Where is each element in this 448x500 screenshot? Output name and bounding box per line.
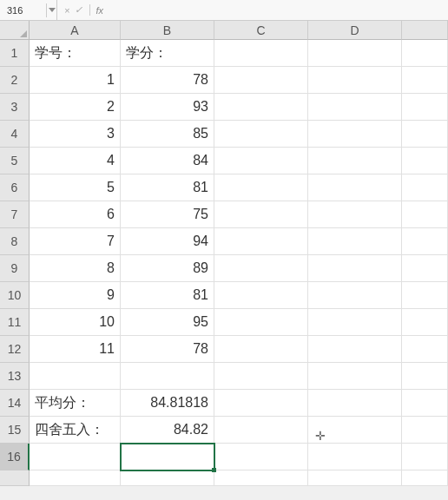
cell-A10[interactable]: 9 bbox=[30, 282, 121, 309]
row-header-7[interactable]: 7 bbox=[0, 201, 30, 228]
cell-C8[interactable] bbox=[214, 228, 308, 255]
cell-B5[interactable]: 84 bbox=[121, 148, 214, 174]
confirm-icon[interactable]: ✓ bbox=[75, 4, 82, 16]
cell-B7[interactable]: 75 bbox=[121, 201, 214, 228]
cell-B15[interactable]: 84.82 bbox=[121, 417, 214, 444]
row-header-9[interactable]: 9 bbox=[0, 255, 30, 282]
row-header-8[interactable]: 8 bbox=[0, 228, 30, 255]
cell-C4[interactable] bbox=[214, 121, 308, 148]
cell-D7[interactable] bbox=[308, 201, 402, 228]
cell-D10[interactable] bbox=[308, 282, 402, 309]
cell-C6[interactable] bbox=[214, 174, 308, 201]
cell-D15[interactable] bbox=[308, 417, 402, 444]
select-all-corner[interactable] bbox=[0, 21, 30, 40]
cell-A11[interactable]: 10 bbox=[30, 309, 121, 336]
cell-C1[interactable] bbox=[214, 40, 308, 67]
cell-E2[interactable] bbox=[402, 67, 448, 94]
column-header-C[interactable]: C bbox=[214, 21, 308, 40]
cell-A9[interactable]: 8 bbox=[30, 255, 121, 282]
column-header-E[interactable] bbox=[402, 21, 448, 40]
row-header-16[interactable]: 16 bbox=[0, 444, 30, 470]
row-header-2[interactable]: 2 bbox=[0, 67, 30, 94]
cell-E9[interactable] bbox=[402, 255, 448, 282]
cell-D2[interactable] bbox=[308, 67, 402, 94]
cell-A2[interactable]: 1 bbox=[30, 67, 121, 94]
row-header-6[interactable]: 6 bbox=[0, 174, 30, 201]
name-box[interactable]: 316 bbox=[3, 3, 47, 17]
cell-E1[interactable] bbox=[402, 40, 448, 67]
cell-B17[interactable] bbox=[121, 470, 214, 486]
cell-A17[interactable] bbox=[30, 470, 121, 486]
cell-D16[interactable] bbox=[308, 444, 402, 470]
cell-B13[interactable] bbox=[121, 363, 214, 390]
row-header-10[interactable]: 10 bbox=[0, 282, 30, 309]
formula-input[interactable] bbox=[109, 3, 445, 18]
cell-C13[interactable] bbox=[214, 363, 308, 390]
row-header-11[interactable]: 11 bbox=[0, 309, 30, 336]
cell-C17[interactable] bbox=[214, 470, 308, 486]
cell-B12[interactable]: 78 bbox=[121, 336, 214, 363]
cell-A1[interactable]: 学号： bbox=[30, 40, 121, 67]
cell-E11[interactable] bbox=[402, 309, 448, 336]
cell-B10[interactable]: 81 bbox=[121, 282, 214, 309]
cell-A16[interactable] bbox=[30, 444, 121, 470]
cell-C3[interactable] bbox=[214, 94, 308, 121]
cell-C15[interactable] bbox=[214, 417, 308, 444]
name-box-dropdown[interactable] bbox=[47, 0, 57, 20]
cell-E3[interactable] bbox=[402, 94, 448, 121]
cell-A13[interactable] bbox=[30, 363, 121, 390]
cell-D8[interactable] bbox=[308, 228, 402, 255]
row-header-15[interactable]: 15 bbox=[0, 417, 30, 444]
row-header-4[interactable]: 4 bbox=[0, 121, 30, 148]
cell-A3[interactable]: 2 bbox=[30, 94, 121, 121]
cell-D1[interactable] bbox=[308, 40, 402, 67]
cell-D5[interactable] bbox=[308, 148, 402, 174]
cell-E8[interactable] bbox=[402, 228, 448, 255]
cell-D9[interactable] bbox=[308, 255, 402, 282]
cell-C14[interactable] bbox=[214, 390, 308, 417]
cell-B8[interactable]: 94 bbox=[121, 228, 214, 255]
cell-C12[interactable] bbox=[214, 336, 308, 363]
cell-A6[interactable]: 5 bbox=[30, 174, 121, 201]
cell-D3[interactable] bbox=[308, 94, 402, 121]
cell-B2[interactable]: 78 bbox=[121, 67, 214, 94]
cell-E5[interactable] bbox=[402, 148, 448, 174]
cell-C2[interactable] bbox=[214, 67, 308, 94]
row-header-5[interactable]: 5 bbox=[0, 148, 30, 174]
cell-B6[interactable]: 81 bbox=[121, 174, 214, 201]
cell-E17[interactable] bbox=[402, 470, 448, 486]
fx-icon[interactable]: fx bbox=[90, 5, 109, 16]
cell-A8[interactable]: 7 bbox=[30, 228, 121, 255]
cell-A4[interactable]: 3 bbox=[30, 121, 121, 148]
cell-B14[interactable]: 84.81818 bbox=[121, 390, 214, 417]
row-header-3[interactable]: 3 bbox=[0, 94, 30, 121]
cell-E10[interactable] bbox=[402, 282, 448, 309]
cell-D17[interactable] bbox=[308, 470, 402, 486]
cell-E6[interactable] bbox=[402, 174, 448, 201]
cell-E14[interactable] bbox=[402, 390, 448, 417]
cell-E16[interactable] bbox=[402, 444, 448, 470]
cell-B11[interactable]: 95 bbox=[121, 309, 214, 336]
cell-D4[interactable] bbox=[308, 121, 402, 148]
cell-C11[interactable] bbox=[214, 309, 308, 336]
column-header-D[interactable]: D bbox=[308, 21, 402, 40]
cell-D11[interactable] bbox=[308, 309, 402, 336]
cell-D12[interactable] bbox=[308, 336, 402, 363]
cell-B9[interactable]: 89 bbox=[121, 255, 214, 282]
cell-D13[interactable] bbox=[308, 363, 402, 390]
cell-E7[interactable] bbox=[402, 201, 448, 228]
row-header-17[interactable] bbox=[0, 470, 30, 486]
row-header-13[interactable]: 13 bbox=[0, 363, 30, 390]
row-header-1[interactable]: 1 bbox=[0, 40, 30, 67]
cell-A12[interactable]: 11 bbox=[30, 336, 121, 363]
cell-D14[interactable] bbox=[308, 390, 402, 417]
cell-B4[interactable]: 85 bbox=[121, 121, 214, 148]
cancel-icon[interactable]: × bbox=[64, 5, 69, 16]
cell-E4[interactable] bbox=[402, 121, 448, 148]
cell-B1[interactable]: 学分： bbox=[121, 40, 214, 67]
column-header-A[interactable]: A bbox=[30, 21, 121, 40]
cell-C9[interactable] bbox=[214, 255, 308, 282]
cell-B16[interactable] bbox=[121, 444, 214, 470]
column-header-B[interactable]: B bbox=[121, 21, 214, 40]
cell-D6[interactable] bbox=[308, 174, 402, 201]
